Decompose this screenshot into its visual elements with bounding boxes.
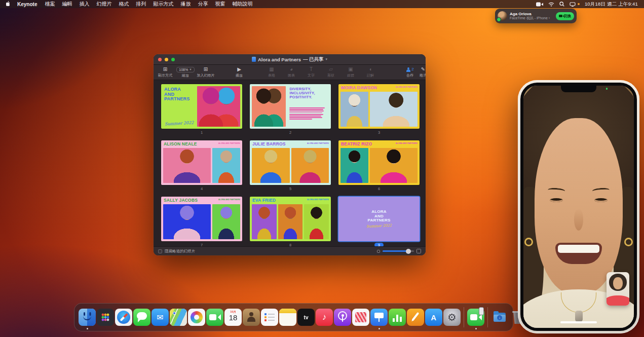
slide-thumbnail-3[interactable]: MOIRA DAWSONALORA AND PARTNERS xyxy=(338,84,420,129)
shared-badge: — 已共享 xyxy=(303,56,324,63)
camera-indicator-dot xyxy=(606,88,608,90)
thumbnail-size-slider[interactable] xyxy=(383,250,414,252)
menu-檔案[interactable]: 檔案 xyxy=(41,1,58,8)
toolbar-圖表[interactable]: ◕圖表 xyxy=(285,66,298,78)
dock-news-icon[interactable] xyxy=(352,309,369,326)
menu-插入[interactable]: 插入 xyxy=(75,1,93,8)
dock-keynote-icon[interactable] xyxy=(370,309,388,326)
view-button[interactable]: ⊞ 顯示方式 xyxy=(159,66,172,78)
video-camera-icon[interactable] xyxy=(536,2,543,7)
toolbar-媒體[interactable]: ▣媒體 xyxy=(344,66,357,78)
collaborate-button[interactable]: 2 合作 xyxy=(403,66,416,78)
menu-輔助說明[interactable]: 輔助說明 xyxy=(229,1,256,8)
insert-group: ▦表格◕圖表T文字▱形狀▣媒體◖註解 xyxy=(265,66,377,78)
slide-number: 9 xyxy=(338,241,420,246)
caller-avatar xyxy=(498,11,507,21)
minimize-button[interactable] xyxy=(165,58,168,61)
title-chevron-icon[interactable]: ▾ xyxy=(326,57,328,61)
slide-thumbnail-6[interactable]: BEATRIZ RIZOALORA AND PARTNERS xyxy=(338,140,420,185)
slide-thumbnail-7[interactable]: SALLY JACOBSALORA AND PARTNERS xyxy=(161,197,242,241)
add-slide-button[interactable]: ⊞ 加入幻燈片 xyxy=(199,66,212,78)
slide-thumbnail-5[interactable]: JULIE BARROSALORA AND PARTNERS xyxy=(250,140,331,185)
menu-幻燈片[interactable]: 幻燈片 xyxy=(93,1,115,8)
slide-thumbnail-4[interactable]: ALISON NEALEALORA AND PARTNERS xyxy=(161,140,242,185)
toolbar-文字[interactable]: T文字 xyxy=(305,66,318,78)
title-bar[interactable]: Alora and Partners — 已共享 ▾ xyxy=(154,54,426,65)
close-button[interactable] xyxy=(158,58,162,61)
slide-photo xyxy=(252,148,290,183)
slide-thumbnail-2[interactable]: DIVERSITY, INCLUSIVITY, POSITIVITY. xyxy=(250,84,331,129)
toolbar-格式[interactable]: ✎格式 xyxy=(416,66,426,78)
switch-camera-icon xyxy=(559,15,562,17)
toolbar-註解[interactable]: ◖註解 xyxy=(364,66,377,78)
play-icon: ▶ xyxy=(237,66,241,72)
dock-numbers-icon[interactable] xyxy=(389,309,406,326)
add-slide-icon: ⊞ xyxy=(204,66,208,72)
apple-menu-icon[interactable] xyxy=(6,1,11,7)
toolbar-形狀[interactable]: ▱形狀 xyxy=(324,66,337,78)
dock-notes-icon[interactable] xyxy=(279,309,296,326)
menu-顯示方式[interactable]: 顯示方式 xyxy=(149,1,177,8)
menu-視窗[interactable]: 視窗 xyxy=(211,1,229,8)
menu-排列[interactable]: 排列 xyxy=(132,1,149,8)
dock-contacts-icon[interactable] xyxy=(243,309,260,326)
menu-編輯[interactable]: 編輯 xyxy=(58,1,75,8)
display-icon[interactable] xyxy=(570,2,576,7)
slide-thumbnail-1[interactable]: ALORA AND PARTNERSSummer 2022 xyxy=(161,84,242,129)
caller-name: Aga Orlova xyxy=(510,12,556,17)
switch-call-button[interactable]: 切換 xyxy=(556,12,574,20)
slide-number: 2 xyxy=(250,129,331,136)
search-icon[interactable] xyxy=(559,2,564,7)
home-indicator[interactable] xyxy=(560,321,597,323)
zoom-button[interactable] xyxy=(171,58,175,61)
dock-maps-icon[interactable] xyxy=(170,309,187,326)
toolbar-表格[interactable]: ▦表格 xyxy=(265,66,278,78)
dock-mail-icon[interactable]: ✉ xyxy=(151,309,169,326)
menu-bar-clock[interactable]: 10月18日 週二 上午9:41 xyxy=(585,1,638,8)
facetime-pip[interactable] xyxy=(607,272,629,306)
iphone-device xyxy=(518,80,639,333)
dock-tv-icon[interactable]: tv xyxy=(297,309,315,326)
hide-skipped-checkbox[interactable] xyxy=(158,249,162,253)
dock-launchpad-icon[interactable] xyxy=(97,309,114,326)
dock-photos-icon[interactable] xyxy=(188,309,205,326)
running-indicator xyxy=(475,328,477,329)
menu-分享[interactable]: 分享 xyxy=(194,1,211,8)
iphone-notch xyxy=(561,86,596,92)
zoom-control[interactable]: 108%▼ 縮放 xyxy=(179,67,192,78)
dock-pages-icon[interactable] xyxy=(407,309,424,326)
dock-calendar-icon[interactable]: 10月18 xyxy=(224,309,242,326)
wifi-icon[interactable] xyxy=(548,2,554,7)
slide-cell: SALLY JACOBSALORA AND PARTNERS7 xyxy=(161,197,242,246)
menu-bar: Keynote 檔案編輯插入幻燈片格式排列顯示方式播放分享視窗輔助說明 10月1… xyxy=(0,0,644,8)
slide-photo xyxy=(212,204,240,239)
dock-settings-icon[interactable]: ⚙ xyxy=(443,309,461,326)
slide-photo xyxy=(291,148,329,183)
slide-thumbnail-9[interactable]: ALORA AND PARTNERSSummer 2022 xyxy=(338,197,420,241)
slide-photo xyxy=(340,92,368,127)
dock-messages-icon[interactable] xyxy=(133,309,150,326)
pendant xyxy=(575,311,583,322)
slide-photo xyxy=(163,204,211,239)
dock-finder-icon[interactable] xyxy=(79,309,96,326)
dock-appstore-icon[interactable]: A xyxy=(425,309,442,326)
menu-app-name[interactable]: Keynote xyxy=(13,2,41,7)
slide-thumbnail-8[interactable]: EVA FRIEDALORA AND PARTNERS xyxy=(250,197,331,241)
facetime-notification[interactable]: Aga Orlova FaceTime 視訊 - iPhone › 切換 xyxy=(495,9,577,23)
earring-right xyxy=(624,238,633,246)
dock-downloads-icon[interactable]: ↓ xyxy=(491,309,508,326)
dock-music-icon[interactable]: ♪ xyxy=(316,309,333,326)
play-button[interactable]: ▶ 播放 xyxy=(233,66,246,78)
dock-podcasts-icon[interactable] xyxy=(334,309,351,326)
slide-cell: EVA FRIEDALORA AND PARTNERS8 xyxy=(250,197,331,246)
dock-divider xyxy=(464,307,464,327)
dock-facetime-iphone-icon[interactable] xyxy=(467,309,484,326)
slide-cell: MOIRA DAWSONALORA AND PARTNERS3 xyxy=(338,84,420,136)
menu-播放[interactable]: 播放 xyxy=(177,1,194,8)
dock-safari-icon[interactable] xyxy=(115,309,132,326)
dock-reminders-icon[interactable] xyxy=(261,309,278,326)
slide-cell: DIVERSITY, INCLUSIVITY, POSITIVITY.2 xyxy=(250,84,331,136)
dock-facetime-icon[interactable] xyxy=(206,309,223,326)
slider-knob[interactable] xyxy=(406,249,411,254)
menu-格式[interactable]: 格式 xyxy=(115,1,132,8)
